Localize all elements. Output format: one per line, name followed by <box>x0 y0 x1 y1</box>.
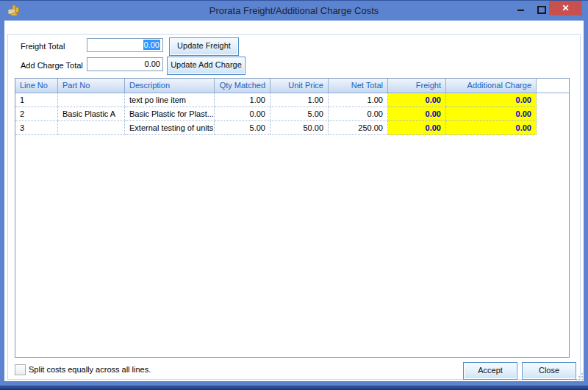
row-filler <box>537 107 569 121</box>
cell-part-no[interactable] <box>58 93 125 107</box>
column-header-line-no[interactable]: Line No <box>15 79 58 93</box>
cell-line-no[interactable]: 2 <box>15 107 58 121</box>
cell-description[interactable]: text po line item <box>125 93 215 107</box>
title-bar[interactable]: Prorata Freight/Additional Charge Costs … <box>0 0 588 21</box>
column-header-net-total[interactable]: Net Total <box>329 79 388 93</box>
row-filler <box>537 93 569 107</box>
accept-button[interactable]: Accept <box>463 362 517 380</box>
table-row[interactable]: 2Basic Plastic ABasic Plastic for Plast.… <box>15 107 569 121</box>
add-charge-total-label: Add Charge Total <box>21 61 83 70</box>
cell-freight[interactable]: 0.00 <box>388 121 446 135</box>
row-filler <box>537 121 569 135</box>
freight-total-value: 0.00 <box>143 40 160 50</box>
update-add-charge-button[interactable]: Update Add Charge <box>167 57 245 75</box>
maximize-button[interactable] <box>531 0 551 19</box>
column-header-freight[interactable]: Freight <box>388 79 446 93</box>
cell-unit-price[interactable]: 1.00 <box>270 93 329 107</box>
column-header-unit-price[interactable]: Unit Price <box>270 79 329 93</box>
lines-grid: Line NoPart NoDescriptionQty MatchedUnit… <box>15 78 570 358</box>
column-header-qty-matched[interactable]: Qty Matched <box>215 79 270 93</box>
grid-rows: 1text po line item1.001.001.000.000.002B… <box>15 93 569 135</box>
resize-grip[interactable] <box>575 372 584 381</box>
cell-net-total[interactable]: 1.00 <box>329 93 388 107</box>
minimize-button[interactable] <box>510 0 531 19</box>
update-freight-button[interactable]: Update Freight <box>169 37 239 56</box>
table-row[interactable]: 3External testing of units5.0050.00250.0… <box>15 121 569 135</box>
close-button[interactable]: Close <box>522 362 576 380</box>
cell-freight[interactable]: 0.00 <box>388 107 446 121</box>
cell-description[interactable]: External testing of units <box>125 121 215 135</box>
cell-additional-charge[interactable]: 0.00 <box>446 93 537 107</box>
maximize-icon <box>537 6 546 14</box>
cell-unit-price[interactable]: 50.00 <box>270 121 329 135</box>
column-header-part-no[interactable]: Part No <box>58 79 125 93</box>
cell-additional-charge[interactable]: 0.00 <box>446 121 537 135</box>
grid-header-row: Line NoPart NoDescriptionQty MatchedUnit… <box>15 79 569 93</box>
split-costs-checkbox[interactable] <box>15 364 26 375</box>
add-charge-total-input[interactable]: 0.00 <box>87 57 163 71</box>
close-icon: ✕ <box>562 3 569 13</box>
cell-part-no[interactable]: Basic Plastic A <box>58 107 125 121</box>
cell-net-total[interactable]: 0.00 <box>329 107 388 121</box>
table-row[interactable]: 1text po line item1.001.001.000.000.00 <box>15 93 569 107</box>
cell-qty-matched[interactable]: 1.00 <box>215 93 270 107</box>
close-window-button[interactable]: ✕ <box>549 1 582 15</box>
column-header-additional-charge[interactable]: Additional Charge <box>446 79 537 93</box>
cell-qty-matched[interactable]: 0.00 <box>215 107 270 121</box>
cell-description[interactable]: Basic Plastic for Plast... <box>125 107 215 121</box>
cell-net-total[interactable]: 250.00 <box>329 121 388 135</box>
freight-total-input[interactable]: 0.00 <box>87 38 163 52</box>
cell-qty-matched[interactable]: 5.00 <box>215 121 270 135</box>
cell-unit-price[interactable]: 5.00 <box>270 107 329 121</box>
dialog-window: Prorata Freight/Additional Charge Costs … <box>0 0 588 390</box>
freight-total-label: Freight Total <box>21 42 65 51</box>
header-filler <box>537 79 569 93</box>
cell-freight[interactable]: 0.00 <box>388 93 446 107</box>
cell-additional-charge[interactable]: 0.00 <box>446 107 537 121</box>
cell-line-no[interactable]: 1 <box>15 93 58 107</box>
window-title: Prorata Freight/Additional Charge Costs <box>0 0 588 21</box>
cell-line-no[interactable]: 3 <box>15 121 58 135</box>
minimize-icon <box>517 10 524 11</box>
column-header-description[interactable]: Description <box>125 79 215 93</box>
split-costs-label: Split costs equally across all lines. <box>29 365 151 374</box>
cell-part-no[interactable] <box>58 121 125 135</box>
